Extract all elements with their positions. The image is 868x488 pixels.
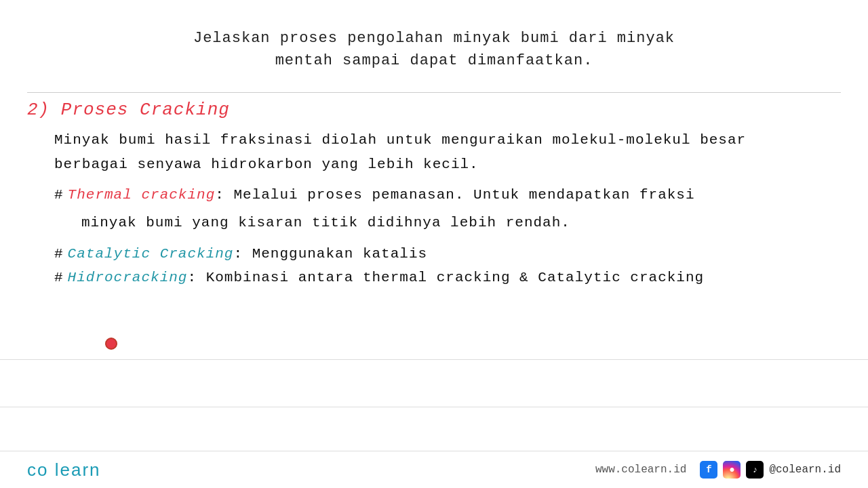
- instagram-icon[interactable]: ●: [723, 461, 741, 479]
- question-area: Jelaskan proses pengolahan minyak bumi d…: [27, 20, 841, 79]
- logo-text: co learn: [27, 460, 101, 480]
- section-title: 2) Proses Cracking: [27, 100, 841, 120]
- main-content: Jelaskan proses pengolahan minyak bumi d…: [0, 0, 868, 285]
- social-handle: @colearn.id: [769, 464, 841, 476]
- footer-url: www.colearn.id: [595, 464, 686, 476]
- hash-thermal: #: [54, 187, 64, 203]
- question-line1: Jelaskan proses pengolahan minyak bumi d…: [193, 30, 675, 47]
- line-bottom: [0, 407, 868, 407]
- footer-right: www.colearn.id f ● ♪ @colearn.id: [595, 461, 841, 479]
- footer-logo: co learn: [27, 460, 101, 481]
- line-mid: [0, 359, 868, 360]
- cursor-dot: [105, 338, 117, 350]
- thermal-desc: : Melalui proses pemanasan. Untuk mendap…: [215, 187, 694, 203]
- catalytic-label: Catalytic Cracking: [68, 246, 234, 262]
- thermal-continuation: minyak bumi yang kisaran titik didihnya …: [54, 211, 841, 235]
- catalytic-desc: : Menggunakan katalis: [233, 246, 427, 262]
- intro-line2: berbagai senyawa hidrokarbon yang lebih …: [54, 157, 479, 172]
- hidro-cracking-line: # Hidrocracking : Kombinasi antara therm…: [54, 270, 841, 285]
- hash-hidro: #: [54, 270, 64, 285]
- footer-social: f ● ♪ @colearn.id: [700, 461, 841, 479]
- tiktok-icon[interactable]: ♪: [746, 461, 764, 479]
- footer: co learn www.colearn.id f ● ♪ @colearn.i…: [0, 451, 868, 488]
- catalytic-cracking-line: # Catalytic Cracking : Menggunakan katal…: [54, 246, 841, 262]
- intro-paragraph: Minyak bumi hasil fraksinasi diolah untu…: [54, 128, 841, 176]
- hidro-desc: : Kombinasi antara thermal cracking & Ca…: [187, 270, 704, 285]
- thermal-label: Thermal cracking: [68, 187, 216, 203]
- divider-top: [27, 92, 841, 93]
- intro-line1: Minyak bumi hasil fraksinasi diolah untu…: [54, 132, 746, 148]
- content-block: Minyak bumi hasil fraksinasi diolah untu…: [27, 128, 841, 285]
- hash-catalytic: #: [54, 246, 64, 262]
- facebook-icon[interactable]: f: [700, 461, 717, 479]
- question-line2: mentah sampai dapat dimanfaatkan.: [275, 52, 593, 69]
- thermal-cracking-line: # Thermal cracking : Melalui proses pema…: [54, 187, 841, 203]
- hidro-label: Hidrocracking: [68, 270, 188, 285]
